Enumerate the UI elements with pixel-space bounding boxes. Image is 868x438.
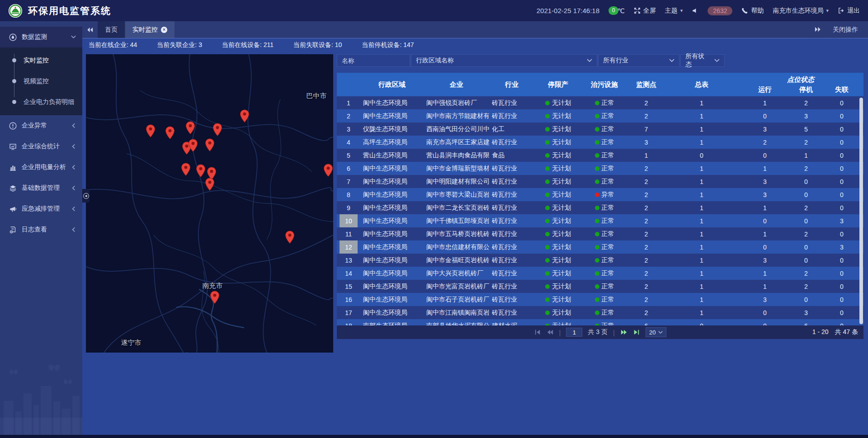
map-marker-pin[interactable] bbox=[323, 164, 333, 177]
sidebar-group-6[interactable]: 应急减排管理 bbox=[0, 198, 82, 219]
offline-count-cell: 0 bbox=[820, 270, 863, 277]
page-number-input[interactable] bbox=[566, 328, 582, 337]
help-button[interactable]: 帮助 bbox=[741, 7, 764, 15]
table-row[interactable]: 7阆中生态环境局阆中明阳建材有限公司砖瓦行业无计划正常21300 bbox=[337, 175, 863, 188]
table-row[interactable]: 15阆中生态环境局阆中市光富页岩机砖厂砖瓦行业无计划正常21120 bbox=[337, 280, 863, 293]
panel-collapse-button[interactable]: ◄ bbox=[82, 189, 90, 203]
limit-status-cell: 无计划 bbox=[534, 191, 582, 199]
status-ok-dot bbox=[595, 271, 599, 276]
sidebar-group-3[interactable]: 企业综合统计 bbox=[0, 136, 82, 157]
pagination-next-button[interactable] bbox=[620, 329, 627, 335]
table-scrollbar[interactable] bbox=[859, 98, 863, 324]
table-row[interactable]: 11阆中生态环境局阆中市五马桥页岩机砖砖瓦行业无计划正常21120 bbox=[337, 227, 863, 240]
col-region: 行政区域 bbox=[360, 73, 424, 96]
monitor-points-cell: 3 bbox=[627, 139, 665, 146]
region-cell: 南部生态环境局 bbox=[360, 322, 424, 326]
user-org-dropdown[interactable]: 南充市生态环境局 ▾ bbox=[773, 7, 829, 15]
tab-home[interactable]: 首页 bbox=[98, 21, 125, 38]
map-marker-pin[interactable] bbox=[181, 163, 191, 176]
sidebar-group-4[interactable]: 企业用电量分析 bbox=[0, 157, 82, 178]
table-row[interactable]: 10阆中生态环境局阆中千佛镇五郎垭页岩砖瓦行业无计划正常21003 bbox=[337, 214, 863, 227]
fullscreen-button[interactable]: 全屏 bbox=[634, 7, 656, 15]
map-marker-pin[interactable] bbox=[196, 164, 206, 178]
notification-count-badge[interactable]: 2632 bbox=[708, 6, 732, 15]
monitor-points-cell: 2 bbox=[627, 309, 665, 316]
sidebar-item-实时监控[interactable]: 实时监控 bbox=[0, 50, 82, 71]
status-filter-select[interactable]: 所有状态 bbox=[680, 54, 725, 67]
total-meter-cell: 0 bbox=[665, 322, 738, 326]
tab-close-icon[interactable]: × bbox=[161, 27, 167, 33]
map-marker-pin[interactable] bbox=[165, 126, 175, 140]
map-marker-pin[interactable] bbox=[205, 178, 215, 191]
industry-cell: 砖瓦行业 bbox=[489, 112, 534, 120]
monitor-points-cell: 2 bbox=[627, 296, 665, 303]
table-row[interactable]: 4高坪生态环境局南充市高坪区王家店建砖瓦行业无计划正常31220 bbox=[337, 136, 863, 149]
close-operations-button[interactable]: 关闭操作 bbox=[833, 26, 858, 34]
table-row[interactable]: 16阆中生态环境局阆中市石子页岩机砖厂砖瓦行业无计划正常21300 bbox=[337, 293, 863, 306]
total-meter-cell: 1 bbox=[665, 283, 738, 290]
total-meter-cell: 1 bbox=[665, 244, 738, 251]
map-marker-pin[interactable] bbox=[210, 291, 220, 304]
table-row[interactable]: 8阆中生态环境局阆中市枣碧大梁山页岩砖瓦行业无计划异常21300 bbox=[337, 188, 863, 201]
map-marker-pin[interactable] bbox=[188, 139, 198, 152]
sidebar-group-5[interactable]: 基础数据管理 bbox=[0, 178, 82, 198]
map-marker-pin[interactable] bbox=[146, 124, 156, 138]
table-row[interactable]: 14阆中生态环境局阆中大兴页岩机砖厂砖瓦行业无计划正常21120 bbox=[337, 267, 863, 280]
stat-当前在线企业: 当前在线企业: 44 bbox=[89, 41, 137, 49]
table-row[interactable]: 1阆中生态环境局阆中强锐页岩砖厂砖瓦行业无计划正常21120 bbox=[337, 96, 863, 109]
prev-page-icon bbox=[547, 330, 553, 335]
row-index: 11 bbox=[342, 227, 355, 240]
region-cell: 高坪生态环境局 bbox=[360, 138, 424, 146]
map-marker-pin[interactable] bbox=[185, 121, 195, 135]
table-row[interactable]: 6阆中生态环境局阆中市金博瑞新型墙材砖瓦行业无计划正常21120 bbox=[337, 162, 863, 175]
row-index: 4 bbox=[342, 136, 355, 149]
sidebar-item-企业电力负荷明细[interactable]: 企业电力负荷明细 bbox=[0, 92, 82, 113]
region-filter-select[interactable]: 行政区域名称 bbox=[411, 54, 597, 67]
status-ok-dot bbox=[545, 258, 550, 263]
page-size-select[interactable]: 20 bbox=[646, 327, 666, 337]
sidebar-group-1[interactable]: 数据监测 bbox=[0, 27, 82, 47]
facility-status-label: 正常 bbox=[602, 243, 614, 251]
theme-dropdown[interactable]: 主题 ▾ bbox=[665, 7, 683, 15]
table-row[interactable]: 3仪陇生态环境局西南油气田分公司川中化工无计划正常71350 bbox=[337, 122, 863, 136]
name-filter-input[interactable] bbox=[337, 54, 410, 67]
facility-status-label: 正常 bbox=[602, 230, 614, 238]
table-row[interactable]: 13阆中生态环境局阆中市金福旺页岩机砖砖瓦行业无计划正常21300 bbox=[337, 254, 863, 267]
map-marker-pin[interactable] bbox=[212, 123, 222, 137]
facility-status-label: 正常 bbox=[602, 178, 614, 186]
industry-cell: 砖瓦行业 bbox=[489, 165, 534, 173]
tab-realtime-label: 实时监控 bbox=[132, 26, 158, 34]
sidebar-group-label: 企业用电量分析 bbox=[22, 163, 66, 171]
logout-button[interactable]: 退出 bbox=[838, 7, 860, 15]
table-row[interactable]: 12阆中生态环境局阆中市忠信建材有限公砖瓦行业无计划正常21003 bbox=[337, 240, 863, 254]
tab-scroll-right-button[interactable] bbox=[815, 26, 821, 33]
sidebar-group-7[interactable]: 日志查看 bbox=[0, 219, 82, 240]
pagination-prev-button[interactable] bbox=[547, 329, 554, 335]
double-chevron-left-icon bbox=[87, 27, 93, 33]
table-row[interactable]: 18南部生态环境局南部县雄华水泥有限公建材水泥无计划正常60060 bbox=[337, 319, 863, 325]
sidebar-group-label: 应急减排管理 bbox=[22, 205, 60, 213]
industry-filter-select[interactable]: 所有行业 bbox=[598, 54, 679, 67]
sidebar-item-视频监控[interactable]: 视频监控 bbox=[0, 71, 82, 92]
offline-count-cell: 0 bbox=[820, 283, 863, 290]
table-row[interactable]: 9阆中生态环境局阆中市二龙长宝页岩砖砖瓦行业无计划正常21120 bbox=[337, 201, 863, 214]
status-ok-dot bbox=[545, 179, 550, 184]
industry-cell: 砖瓦行业 bbox=[489, 99, 534, 107]
sidebar-group-2[interactable]: 企业异常 bbox=[0, 115, 82, 136]
pagination-last-button[interactable] bbox=[633, 329, 640, 335]
map-marker-pin[interactable] bbox=[205, 138, 215, 152]
row-index-cell: 9 bbox=[337, 201, 360, 214]
map-marker-pin[interactable] bbox=[285, 231, 295, 244]
col-total-meter: 总表 bbox=[665, 73, 738, 96]
table-row[interactable]: 5营山生态环境局营山县润丰肉食品有限食品无计划正常10010 bbox=[337, 149, 863, 162]
pagination-first-button[interactable] bbox=[534, 329, 541, 335]
tab-scroll-left-button[interactable] bbox=[82, 21, 98, 38]
mute-button[interactable] bbox=[692, 7, 698, 14]
table-row[interactable]: 17阆中生态环境局阆中市江南镇阆南页岩砖瓦行业无计划正常21030 bbox=[337, 306, 863, 319]
facility-status-cell: 正常 bbox=[582, 243, 627, 251]
map-panel[interactable]: 巴中市南充市遂宁市 bbox=[86, 54, 333, 353]
table-row[interactable]: 2阆中生态环境局阆中市南方节能建材有砖瓦行业无计划正常21030 bbox=[337, 109, 863, 122]
tab-realtime-monitor[interactable]: 实时监控 × bbox=[125, 21, 175, 38]
map-marker-pin[interactable] bbox=[240, 109, 250, 123]
temperature-badge: 0 bbox=[609, 6, 618, 15]
